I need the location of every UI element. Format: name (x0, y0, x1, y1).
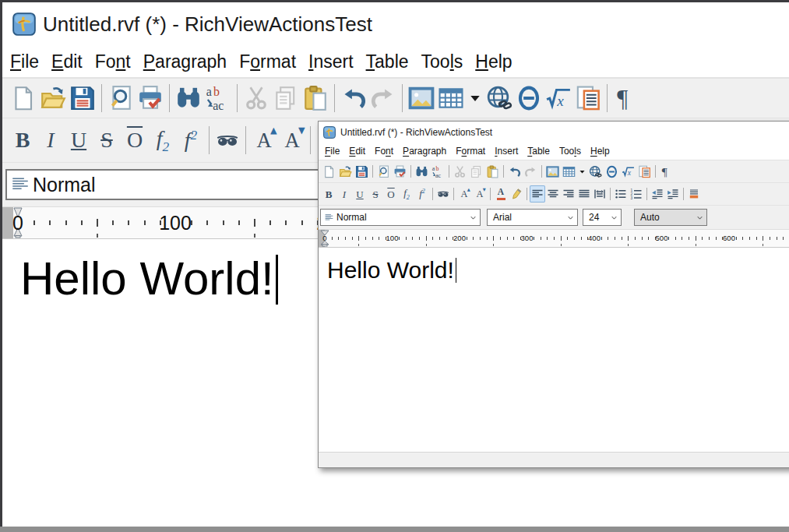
insert-equation-button[interactable]: x (544, 83, 573, 114)
insert-document-button[interactable] (636, 163, 653, 181)
ruler-tick (81, 220, 83, 225)
paste-button[interactable] (301, 83, 330, 114)
paragraph-background-button[interactable] (686, 185, 702, 203)
justify-button[interactable] (576, 185, 592, 203)
bold-button[interactable]: B (9, 125, 37, 155)
style-combo[interactable]: Normal (320, 209, 481, 226)
menu-item-table[interactable]: Table (360, 51, 415, 72)
subscript-button[interactable]: f2 (399, 185, 414, 203)
save-file-button[interactable] (354, 163, 370, 181)
print-preview-button[interactable] (106, 83, 136, 114)
svg-text:ac: ac (435, 171, 442, 178)
shrink-font-button[interactable]: A▼ (472, 185, 488, 203)
open-file-button[interactable] (38, 83, 68, 114)
numbering-button[interactable]: 123 (629, 185, 644, 203)
insert-table-button[interactable] (436, 83, 466, 114)
align-right-button[interactable] (561, 185, 576, 203)
insert-picture-button[interactable] (407, 83, 436, 114)
ruler-tick (534, 237, 534, 240)
insert-table-button[interactable] (561, 163, 577, 181)
strikethrough-button[interactable]: S (368, 185, 383, 203)
print-preview-button[interactable] (375, 163, 392, 181)
replace-button[interactable]: abac (430, 163, 446, 181)
insert-hyperlink-button[interactable] (484, 83, 514, 114)
menu-item-font[interactable]: Font (89, 51, 137, 72)
insert-horizontal-line-button[interactable] (604, 163, 620, 181)
menu-item-help[interactable]: Help (469, 51, 518, 72)
table-dropdown-arrow-button[interactable] (577, 166, 587, 178)
menu-item-format[interactable]: Format (451, 146, 490, 157)
shrink-font-button[interactable]: A▼ (278, 125, 306, 155)
open-file-button[interactable] (337, 163, 354, 181)
window-titlebar[interactable]: Untitled.rvf (*) - RichViewActionsTest (2, 2, 789, 46)
overline-button[interactable]: O (121, 125, 149, 155)
ruler-tick (112, 220, 114, 225)
insert-equation-button[interactable]: x (620, 163, 636, 181)
ruler-tick (716, 237, 717, 240)
menu-item-paragraph[interactable]: Paragraph (137, 51, 233, 72)
font-combo[interactable]: Arial (487, 209, 578, 226)
ruler-tick (513, 237, 514, 240)
subscript-button[interactable]: f2 (149, 125, 177, 155)
grow-font-button[interactable]: A▲ (250, 125, 278, 155)
indent-button[interactable] (665, 185, 681, 203)
menu-item-tools[interactable]: Tools (415, 51, 470, 72)
find-button[interactable] (174, 83, 203, 114)
italic-button[interactable]: I (37, 125, 65, 155)
new-document-button[interactable] (321, 163, 337, 181)
menu-item-paragraph[interactable]: Paragraph (398, 146, 451, 157)
menu-item-insert[interactable]: Insert (302, 51, 360, 72)
show-paragraph-marks-button[interactable]: ¶ (611, 83, 641, 114)
underline-button[interactable]: U (65, 125, 93, 155)
print-button[interactable] (136, 83, 165, 114)
overline-button[interactable]: O (383, 185, 399, 203)
menu-item-file[interactable]: File (320, 146, 344, 157)
undo-button[interactable] (506, 163, 523, 181)
menu-item-edit[interactable]: Edit (45, 51, 89, 72)
grow-font-button[interactable]: A▲ (456, 185, 472, 203)
print-button[interactable] (392, 163, 408, 181)
ruler-tick (372, 237, 373, 240)
menu-item-font[interactable]: Font (370, 146, 398, 157)
menu-item-format[interactable]: Format (233, 51, 302, 72)
align-center-button[interactable] (545, 185, 561, 203)
undo-button[interactable] (339, 83, 368, 114)
menu-item-tools[interactable]: Tools (555, 146, 586, 157)
insert-picture-button[interactable] (544, 163, 561, 181)
superscript-button[interactable]: f2 (414, 185, 430, 203)
window-titlebar[interactable]: Untitled.rvf (*) - RichViewActionsTest (319, 122, 789, 143)
paste-button[interactable] (484, 163, 501, 181)
insert-horizontal-line-button[interactable] (514, 83, 544, 114)
highlight-button[interactable] (509, 185, 524, 203)
hidden-text-button[interactable] (213, 125, 241, 155)
color-combo[interactable]: Auto (634, 209, 707, 226)
replace-button[interactable]: abac (203, 83, 233, 114)
show-paragraph-marks-button[interactable]: ¶ (658, 163, 675, 181)
menu-item-help[interactable]: Help (586, 146, 615, 157)
bold-button[interactable]: B (321, 185, 336, 203)
toolbar-separator (646, 188, 647, 200)
size-combo[interactable]: 24 (583, 209, 622, 226)
italic-button[interactable]: I (336, 185, 352, 203)
table-dropdown-arrow-button[interactable] (466, 88, 484, 108)
insert-hyperlink-button[interactable] (587, 163, 604, 181)
font-color-button[interactable]: A (493, 185, 509, 203)
align-left-button[interactable] (530, 185, 545, 203)
menu-item-insert[interactable]: Insert (490, 146, 523, 157)
menu-item-file[interactable]: File (4, 51, 45, 72)
bullets-button[interactable] (613, 185, 629, 203)
underline-button[interactable]: U (352, 185, 368, 203)
hidden-text-button[interactable] (435, 185, 451, 203)
new-document-button[interactable] (9, 83, 38, 114)
insert-document-button[interactable] (573, 83, 603, 114)
strikethrough-button[interactable]: S (93, 125, 121, 155)
superscript-button[interactable]: f2 (177, 125, 205, 155)
force-justify-button[interactable] (592, 185, 608, 203)
style-combo[interactable]: Normal (5, 169, 372, 200)
find-button[interactable] (414, 163, 430, 181)
menu-item-edit[interactable]: Edit (344, 146, 370, 157)
outdent-button[interactable] (650, 185, 665, 203)
document-area[interactable]: Hello World! (319, 248, 789, 452)
menu-item-table[interactable]: Table (523, 146, 555, 157)
save-file-button[interactable] (68, 83, 97, 114)
